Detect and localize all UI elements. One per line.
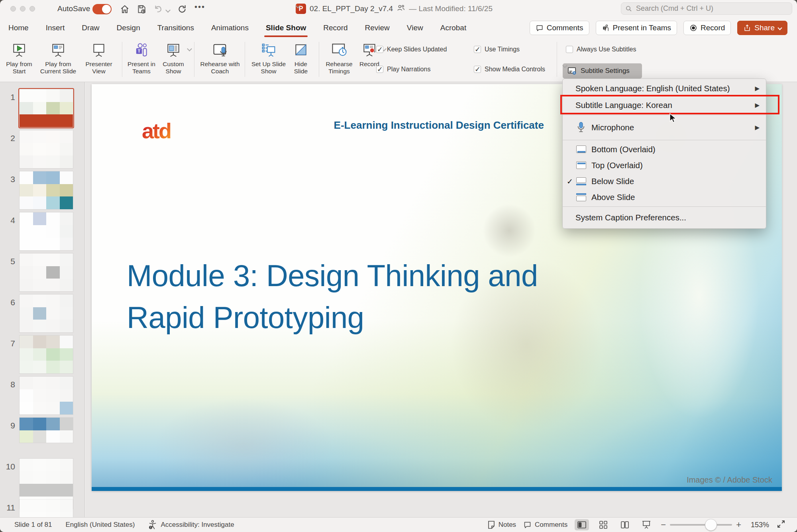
- presenter-view-button[interactable]: Presenter View: [80, 38, 117, 75]
- menu-item-bottom-overlaid[interactable]: ✓ Bottom (Overlaid): [563, 141, 766, 157]
- rehearse-timings-button[interactable]: Rehearse Timings: [322, 38, 356, 75]
- menu-item-system-caption-preferences[interactable]: System Caption Preferences...: [563, 208, 766, 227]
- document-title-group[interactable]: P 02. EL_PPT_Day 2_v7.4 — Last Modified:…: [296, 4, 500, 14]
- zoom-slider-thumb[interactable]: [705, 519, 717, 531]
- zoom-window-icon[interactable]: [29, 6, 35, 12]
- tab-view[interactable]: View: [406, 22, 424, 34]
- zoom-in-button[interactable]: +: [736, 520, 741, 530]
- more-commands-icon[interactable]: •••: [194, 2, 205, 13]
- set-up-slide-show-button[interactable]: Set Up Slide Show: [249, 38, 289, 75]
- language-indicator[interactable]: English (United States): [66, 521, 135, 529]
- slide-thumbnail[interactable]: [20, 294, 73, 332]
- title-dropdown-icon[interactable]: [496, 7, 500, 11]
- tab-transitions[interactable]: Transitions: [157, 22, 195, 34]
- slide-thumbnail[interactable]: [20, 418, 73, 443]
- tab-design[interactable]: Design: [116, 22, 141, 34]
- fullscreen-button[interactable]: [776, 519, 786, 531]
- ribbon-present-in-teams-button[interactable]: T Present in Teams: [125, 38, 158, 75]
- menu-item-microphone[interactable]: Microphone ▶: [563, 116, 766, 139]
- slide-counter: Slide 1 of 81: [14, 521, 52, 529]
- slide-thumbnail[interactable]: [20, 212, 73, 250]
- slide-thumbnail[interactable]: [20, 500, 73, 517]
- slide-thumbnail[interactable]: [20, 253, 73, 291]
- record-dot-icon: [689, 24, 697, 32]
- close-window-icon[interactable]: [10, 6, 16, 12]
- reading-view-button[interactable]: [618, 519, 632, 530]
- svg-text:T: T: [138, 49, 141, 53]
- zoom-out-button[interactable]: −: [661, 520, 666, 530]
- tab-animations[interactable]: Animations: [210, 22, 249, 34]
- rehearse-with-coach-button[interactable]: Rehearse with Coach: [198, 38, 242, 75]
- subtitle-settings-button-label: Subtitle Settings: [581, 67, 630, 75]
- tab-record[interactable]: Record: [322, 22, 348, 34]
- custom-show-icon: [165, 41, 182, 59]
- present-in-teams-button[interactable]: T Present in Teams: [596, 21, 677, 35]
- present-in-teams-button-label: Present in Teams: [613, 24, 671, 32]
- menu-separator: [563, 206, 766, 207]
- tab-insert[interactable]: Insert: [45, 22, 66, 34]
- slide-thumbnail[interactable]: [20, 336, 73, 373]
- slide-title-line1: Module 3: Design Thinking and: [127, 255, 538, 296]
- thumbnail-number: 7: [4, 339, 15, 348]
- share-icon: [743, 24, 751, 32]
- menu-item-top-overlaid[interactable]: ✓ Top (Overlaid): [563, 157, 766, 173]
- hide-slide-button[interactable]: Hide Slide: [289, 38, 313, 75]
- play-from-start-button[interactable]: Play from Start: [2, 38, 36, 75]
- keep-slides-updated-checkbox[interactable]: ✓ Keep Slides Updated: [376, 46, 447, 53]
- comments-icon: [523, 521, 532, 529]
- slide-thumbnail[interactable]: [20, 89, 73, 127]
- subtitle-settings-button[interactable]: Subtitle Settings: [563, 63, 642, 79]
- microphone-label: Microphone: [591, 123, 634, 132]
- accessibility-status[interactable]: ! Accessibility: Investigate: [148, 520, 234, 530]
- hide-slide-icon: [292, 41, 309, 59]
- menu-separator: [563, 115, 766, 115]
- save-icon[interactable]: [136, 4, 147, 14]
- notes-toggle[interactable]: Notes: [487, 520, 516, 529]
- tab-review[interactable]: Review: [364, 22, 391, 34]
- always-use-subtitles-checkbox[interactable]: ✓ Always Use Subtitles: [566, 46, 636, 53]
- show-media-controls-checkbox[interactable]: ✓ Show Media Controls: [474, 66, 545, 73]
- slideshow-view-button[interactable]: [639, 519, 654, 530]
- use-timings-checkbox[interactable]: ✓ Use Timings: [474, 46, 520, 53]
- home-icon[interactable]: [120, 4, 130, 14]
- comments-button[interactable]: Comments: [530, 21, 589, 35]
- thumbnail-number: 3: [4, 175, 15, 184]
- comments-toggle[interactable]: Comments: [523, 521, 567, 529]
- zoom-slider[interactable]: [670, 524, 732, 526]
- tab-slide-show[interactable]: Slide Show: [265, 22, 307, 34]
- menu-item-below-slide[interactable]: ✓ Below Slide: [563, 173, 766, 189]
- menu-item-spoken-language[interactable]: Spoken Language: English (United States)…: [563, 80, 766, 97]
- play-from-start-label: Play from Start: [2, 61, 36, 75]
- slide-thumbnail[interactable]: [20, 377, 73, 414]
- menu-item-subtitle-language[interactable]: Subtitle Language: Korean ▶: [563, 97, 766, 114]
- play-narrations-checkbox[interactable]: ✓ Play Narrations: [376, 66, 430, 73]
- menu-item-above-slide[interactable]: ✓ Above Slide: [563, 189, 766, 205]
- set-up-slide-show-icon: [260, 41, 277, 59]
- autosave-toggle[interactable]: [92, 4, 112, 14]
- tab-home[interactable]: Home: [8, 22, 29, 34]
- slide-thumbnail[interactable]: [20, 130, 73, 168]
- traffic-lights[interactable]: [10, 6, 35, 12]
- custom-show-button[interactable]: Custom Show: [158, 38, 189, 75]
- undo-icon[interactable]: [153, 4, 163, 14]
- search-box[interactable]: [621, 2, 792, 15]
- record-button[interactable]: Record: [683, 21, 731, 35]
- undo-dropdown-icon[interactable]: [166, 8, 170, 12]
- normal-view-button[interactable]: [575, 519, 589, 530]
- tab-acrobat[interactable]: Acrobat: [440, 22, 467, 34]
- minimize-window-icon[interactable]: [20, 6, 26, 12]
- keep-slides-updated-label: Keep Slides Updated: [387, 46, 447, 53]
- play-from-current-slide-button[interactable]: Play from Current Slide: [36, 38, 80, 75]
- zoom-level[interactable]: 153%: [748, 521, 769, 529]
- slide-title[interactable]: Module 3: Design Thinking and Rapid Prot…: [127, 255, 538, 338]
- custom-show-dropdown-icon[interactable]: [187, 47, 191, 51]
- above-slide-icon: [576, 193, 591, 202]
- presenter-view-label: Presenter View: [80, 61, 117, 75]
- redo-icon[interactable]: [177, 4, 187, 14]
- slide-sorter-view-button[interactable]: [596, 519, 611, 530]
- search-input[interactable]: [635, 4, 788, 13]
- tab-draw[interactable]: Draw: [81, 22, 100, 34]
- slide-thumbnail[interactable]: [20, 171, 73, 209]
- share-button[interactable]: Share: [737, 21, 787, 35]
- ribbon-record-icon: [361, 41, 378, 59]
